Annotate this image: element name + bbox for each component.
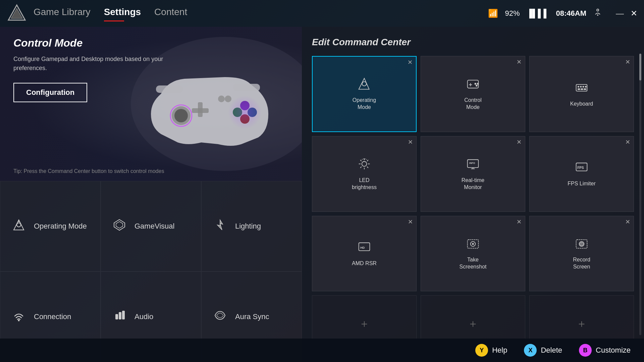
svg-point-17: [225, 96, 231, 102]
cmd-close-keyboard[interactable]: ✕: [625, 59, 630, 65]
nav-settings[interactable]: Settings: [104, 7, 141, 20]
cmd-close-led[interactable]: ✕: [408, 139, 413, 145]
cmd-amd-rsr[interactable]: ✕ HD AMD RSR: [312, 216, 417, 291]
window-controls: — ✕: [616, 9, 637, 18]
svg-rect-34: [576, 84, 587, 91]
cmd-realtime-monitor-label: Real-timeMonitor: [462, 177, 484, 191]
cmd-record-screen-label: RecordScreen: [573, 256, 590, 270]
cmd-operating-mode[interactable]: ✕ OperatingMode: [312, 56, 417, 132]
help-action[interactable]: Y Help: [475, 344, 507, 357]
cmd-close-control[interactable]: ✕: [517, 59, 522, 65]
app-logo: [7, 3, 27, 23]
svg-point-19: [17, 223, 21, 227]
help-label: Help: [492, 346, 507, 355]
cmd-close-operating[interactable]: ✕: [408, 59, 413, 65]
svg-rect-35: [578, 86, 579, 87]
hero-description: Configure Gamepad and Desktop modes base…: [13, 55, 181, 73]
cmd-operating-mode-label: OperatingMode: [353, 97, 376, 111]
cmd-led-brightness[interactable]: ✕ LEDbrig: [312, 136, 417, 212]
delete-label: Delete: [541, 346, 562, 355]
svg-text:INFO: INFO: [469, 162, 475, 165]
nav-game-library[interactable]: Game Library: [34, 7, 91, 20]
configuration-button[interactable]: Configuration: [13, 83, 87, 102]
lighting-label: Lighting: [235, 222, 261, 231]
svg-point-33: [476, 85, 477, 86]
aura-sync-icon: [212, 309, 228, 325]
svg-point-32: [477, 83, 479, 85]
gamevisual-icon: [111, 218, 128, 235]
svg-point-23: [18, 319, 20, 321]
cmd-record-screen[interactable]: ✕ RecordScreen: [529, 216, 634, 291]
titlebar-right: 📶 92% ▐▌▌▌ 08:46AM — ✕: [488, 8, 637, 19]
svg-marker-22: [116, 222, 123, 228]
cmd-keyboard-label: Keyboard: [570, 101, 593, 108]
svg-line-48: [367, 167, 368, 168]
battery-icon: ▐▌▌▌: [527, 9, 549, 18]
cmd-close-fps[interactable]: ✕: [625, 139, 630, 145]
svg-point-61: [472, 243, 474, 245]
x-button: X: [524, 344, 537, 357]
add-icon-1: ＋: [359, 316, 370, 331]
cmd-take-screenshot[interactable]: ✕ TakeScreenshot: [421, 216, 525, 291]
svg-rect-25: [119, 312, 121, 319]
cmd-close-amd[interactable]: ✕: [408, 219, 413, 225]
svg-rect-36: [580, 86, 582, 87]
settings-item-lighting[interactable]: Lighting: [201, 181, 302, 272]
notification-icon[interactable]: [593, 8, 602, 19]
svg-point-11: [228, 96, 262, 129]
audio-icon: [111, 309, 128, 325]
scrollbar[interactable]: [639, 54, 641, 335]
cmd-close-screenshot[interactable]: ✕: [517, 219, 522, 225]
bottom-bar: Y Help X Delete B Customize: [0, 339, 644, 362]
realtime-monitor-cmd-icon: INFO: [466, 157, 480, 174]
svg-text:HD: HD: [360, 246, 365, 249]
svg-line-49: [367, 160, 368, 161]
svg-point-65: [581, 243, 582, 245]
operating-mode-cmd-icon: [358, 77, 371, 94]
keyboard-cmd-icon: [575, 81, 588, 97]
connection-label: Connection: [34, 312, 71, 321]
operating-mode-icon: [10, 218, 27, 235]
nav-content[interactable]: Content: [154, 7, 187, 20]
svg-rect-37: [583, 86, 584, 87]
svg-text:FPS: FPS: [577, 166, 584, 170]
settings-item-gamevisual[interactable]: GameVisual: [101, 181, 201, 272]
svg-rect-26: [122, 311, 125, 319]
cmd-take-screenshot-label: TakeScreenshot: [460, 256, 487, 270]
svg-point-31: [475, 83, 476, 85]
svg-point-16: [218, 96, 225, 102]
wifi-icon: 📶: [488, 9, 498, 18]
svg-rect-38: [585, 86, 587, 87]
delete-action[interactable]: X Delete: [524, 344, 562, 357]
svg-rect-39: [578, 88, 580, 90]
svg-rect-41: [584, 88, 586, 90]
settings-grid: Operating Mode GameVisual: [0, 181, 302, 362]
cmd-realtime-monitor[interactable]: ✕ INFO Real-timeMonitor: [421, 136, 525, 212]
operating-mode-label: Operating Mode: [34, 222, 87, 231]
cmd-control-mode[interactable]: ✕ ControlMode: [421, 56, 525, 132]
customize-action[interactable]: B Customize: [579, 344, 631, 357]
y-button: Y: [475, 344, 488, 357]
cmd-keyboard[interactable]: ✕ Keyboard: [529, 56, 634, 132]
main-content: Control Mode Configure Gamepad and Deskt…: [0, 27, 644, 362]
cmd-fps-limiter[interactable]: ✕ FPS FPS Limiter: [529, 136, 634, 212]
svg-line-47: [360, 160, 362, 161]
svg-rect-28: [468, 80, 479, 88]
add-icon-3: ＋: [576, 316, 587, 331]
b-button: B: [579, 344, 592, 357]
svg-point-27: [362, 82, 367, 86]
led-brightness-cmd-icon: [358, 157, 371, 174]
cmd-amd-rsr-label: AMD RSR: [352, 260, 377, 267]
cmd-close-record[interactable]: ✕: [625, 219, 630, 225]
hero-section: Control Mode Configure Gamepad and Deskt…: [0, 27, 302, 181]
cmd-close-monitor[interactable]: ✕: [517, 139, 522, 145]
cmd-led-brightness-label: LEDbrightness: [352, 177, 377, 191]
minimize-button[interactable]: —: [616, 9, 624, 18]
control-mode-cmd-icon: [466, 77, 480, 94]
customize-label: Customize: [596, 346, 631, 355]
scrollbar-thumb: [639, 54, 641, 80]
close-button[interactable]: ✕: [631, 9, 637, 18]
settings-item-operating-mode[interactable]: Operating Mode: [0, 181, 101, 272]
svg-line-50: [360, 167, 362, 168]
hero-title: Control Mode: [13, 37, 181, 49]
